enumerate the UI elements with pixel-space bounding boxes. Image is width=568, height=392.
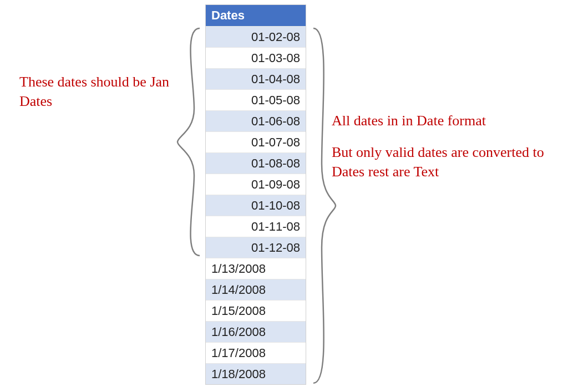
annotation-right-p1: All dates in in Date format [332, 111, 554, 130]
table-row: 01-08-08 [206, 152, 306, 174]
table-row: 01-02-08 [206, 26, 306, 47]
table-row: 01-09-08 [206, 174, 306, 195]
column-header-dates: Dates [206, 5, 306, 26]
table-row: 01-10-08 [206, 195, 306, 216]
annotation-right-p2: But only valid dates are converted to Da… [332, 142, 554, 181]
table-row: 1/14/2008 [206, 279, 306, 300]
annotation-left: These dates should be Jan Dates [19, 72, 180, 111]
table-row: 01-12-08 [206, 237, 306, 258]
table-row: 01-05-08 [206, 89, 306, 110]
brace-right-icon [308, 26, 341, 386]
table-row: 1/18/2008 [206, 363, 306, 384]
table-row: 1/15/2008 [206, 300, 306, 321]
table-row: 1/17/2008 [206, 342, 306, 363]
annotation-right: All dates in in Date format But only val… [332, 111, 554, 181]
table-row: 01-06-08 [206, 110, 306, 131]
table-row: 01-07-08 [206, 131, 306, 152]
table-row: 01-04-08 [206, 68, 306, 89]
brace-left-icon [172, 26, 205, 258]
dates-table: Dates 01-02-0801-03-0801-04-0801-05-0801… [205, 4, 306, 385]
table-row: 1/13/2008 [206, 258, 306, 279]
table-row: 01-03-08 [206, 47, 306, 68]
table-row: 1/16/2008 [206, 321, 306, 342]
table-row: 01-11-08 [206, 216, 306, 237]
